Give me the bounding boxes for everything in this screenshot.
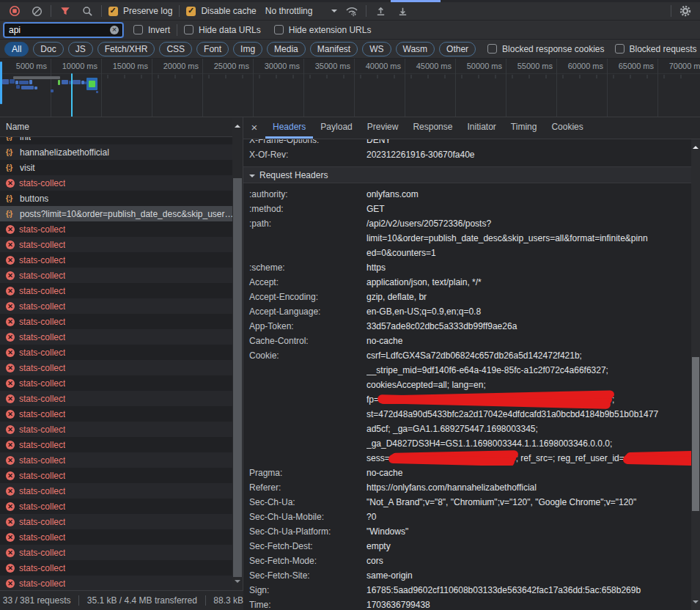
header-value-text: st=472d48a90d5433bfc2a2d17042e4dfdcafd31… (366, 409, 658, 419)
request-row-stats-collect[interactable]: ✕stats-collect (0, 452, 232, 468)
request-row-stats-collect[interactable]: ✕stats-collect (0, 314, 232, 329)
request-row-stats-collect[interactable]: ✕stats-collect (0, 345, 232, 360)
invert-toggle[interactable]: Invert (133, 25, 170, 35)
request-row-posts-limit-10-order-publish-d[interactable]: {:}posts?limit=10&order=publish_date_des… (0, 206, 232, 221)
request-row-stats-collect[interactable]: ✕stats-collect (0, 298, 232, 314)
close-icon[interactable]: × (243, 117, 265, 139)
request-row-stats-collect[interactable]: ✕stats-collect (0, 560, 232, 576)
request-row-stats-collect[interactable]: ✕stats-collect (0, 175, 232, 191)
request-row-stats-collect[interactable]: ✕stats-collect (0, 406, 232, 422)
filter-pill-css[interactable]: CSS (159, 42, 192, 56)
disable-cache-checkbox[interactable] (186, 7, 196, 16)
request-name: stats-collect (19, 271, 65, 281)
filter-icon[interactable] (58, 4, 73, 18)
tab-initiator[interactable]: Initiator (460, 117, 503, 139)
network-conditions-icon[interactable] (345, 4, 359, 18)
hide-data-urls-toggle[interactable]: Hide data URLs (184, 25, 261, 35)
tab-response[interactable]: Response (405, 117, 460, 139)
filter-pill-doc[interactable]: Doc (33, 42, 63, 56)
import-har-icon[interactable] (373, 4, 388, 18)
header-value: 1703636799438 (366, 598, 691, 610)
details-scrollbar[interactable] (691, 139, 700, 610)
network-overview-timeline[interactable]: 5000 ms10000 ms15000 ms20000 ms25000 ms3… (0, 59, 700, 117)
timeline-tick-label: 30000 ms (248, 62, 300, 70)
preserve-log-toggle[interactable]: Preserve log (108, 6, 172, 16)
export-har-icon[interactable] (395, 4, 410, 18)
toggle-blocked-response-cookies[interactable]: Blocked response cookies (487, 44, 604, 54)
clear-icon[interactable] (29, 4, 44, 18)
invert-checkbox[interactable] (133, 25, 143, 34)
tab-cookies[interactable]: Cookies (544, 117, 590, 139)
request-row-stats-collect[interactable]: ✕stats-collect (0, 360, 232, 375)
filter-pill-font[interactable]: Font (196, 42, 229, 56)
scroll-down-icon[interactable] (235, 580, 240, 586)
request-row-init[interactable]: {:}init (0, 137, 232, 144)
request-row-stats-collect[interactable]: ✕stats-collect (0, 391, 232, 406)
filter-pill-other[interactable]: Other (439, 42, 476, 56)
filter-input[interactable] (4, 25, 100, 35)
request-row-stats-collect[interactable]: ✕stats-collect (0, 437, 232, 452)
status-item: 88.3 kB (213, 595, 243, 606)
scroll-up-icon[interactable] (235, 122, 240, 128)
tab-preview[interactable]: Preview (360, 117, 406, 139)
filter-pill-js[interactable]: JS (68, 42, 93, 56)
filter-pill-manifest[interactable]: Manifest (310, 42, 358, 56)
request-row-buttons[interactable]: {:}buttons (0, 191, 232, 206)
hide-data-urls-checkbox[interactable] (184, 25, 194, 34)
filter-pill-img[interactable]: Img (233, 42, 262, 56)
request-row-stats-collect[interactable]: ✕stats-collect (0, 329, 232, 345)
header-name: Time: (243, 598, 366, 610)
request-row-stats-collect[interactable]: ✕stats-collect (0, 268, 232, 283)
tab-headers[interactable]: Headers (265, 117, 313, 139)
request-row-stats-collect[interactable]: ✕stats-collect (0, 576, 232, 590)
request-row-stats-collect[interactable]: ✕stats-collect (0, 545, 232, 560)
clear-filter-icon[interactable]: × (110, 26, 119, 34)
scroll-down-icon[interactable] (693, 600, 699, 606)
filter-pill-all[interactable]: All (4, 42, 29, 56)
name-column-header[interactable]: Name (0, 117, 243, 137)
timeline-tick-label: 45000 ms (400, 62, 452, 70)
request-row-hannahelizabethofficial[interactable]: {:}hannahelizabethofficial (0, 144, 232, 160)
request-row-stats-collect[interactable]: ✕stats-collect (0, 529, 232, 545)
toggle-blocked-requests[interactable]: Blocked requests (615, 44, 697, 54)
hide-extension-urls-checkbox[interactable] (274, 25, 284, 34)
record-icon[interactable] (7, 4, 22, 18)
scrollbar-thumb[interactable] (233, 178, 242, 577)
filter-pill-wasm[interactable]: Wasm (396, 42, 435, 56)
header-value-text: sess= (366, 453, 390, 463)
timeline-minor-tick (562, 75, 564, 78)
request-list-scrollbar[interactable] (232, 117, 243, 590)
request-row-stats-collect[interactable]: ✕stats-collect (0, 237, 232, 252)
tab-timing[interactable]: Timing (504, 117, 545, 139)
failed-request-icon: ✕ (6, 564, 15, 573)
preserve-log-checkbox[interactable] (108, 7, 118, 16)
request-row-stats-collect[interactable]: ✕stats-collect (0, 252, 232, 268)
request-row-stats-collect[interactable]: ✕stats-collect (0, 375, 232, 391)
blocked-requests-checkbox[interactable] (615, 44, 625, 54)
request-row-stats-collect[interactable]: ✕stats-collect (0, 422, 232, 437)
request-row-stats-collect[interactable]: ✕stats-collect (0, 514, 232, 529)
timeline-tick-label: 50000 ms (451, 62, 502, 70)
request-row-stats-collect[interactable]: ✕stats-collect (0, 221, 232, 237)
timeline-minor-tick (326, 75, 328, 78)
request-row-stats-collect[interactable]: ✕stats-collect (0, 468, 232, 483)
request-row-stats-collect[interactable]: ✕stats-collect (0, 283, 232, 298)
scrollbar-thumb[interactable] (692, 357, 699, 511)
hide-extension-urls-toggle[interactable]: Hide extension URLs (274, 25, 372, 35)
blocked-response-cookies-checkbox[interactable] (487, 44, 497, 54)
filter-pill-media[interactable]: Media (267, 42, 306, 56)
request-row-stats-collect[interactable]: ✕stats-collect (0, 499, 232, 514)
search-icon[interactable] (80, 4, 95, 18)
scroll-up-icon[interactable] (693, 143, 699, 149)
xhr-request-icon: {:} (6, 210, 15, 218)
filter-pill-ws[interactable]: WS (362, 42, 391, 56)
request-row-stats-collect[interactable]: ✕stats-collect (0, 483, 232, 499)
disable-cache-toggle[interactable]: Disable cache (186, 6, 256, 16)
request-headers-section-header[interactable]: Request Headers (243, 167, 691, 183)
filter-pill-fetch-xhr[interactable]: Fetch/XHR (97, 42, 155, 56)
request-row-visit[interactable]: {:}visit (0, 160, 232, 175)
request-name: stats-collect (19, 178, 65, 188)
tab-payload[interactable]: Payload (313, 117, 359, 139)
settings-gear-icon[interactable] (678, 4, 693, 18)
throttling-dropdown[interactable]: No throttling (265, 6, 338, 16)
